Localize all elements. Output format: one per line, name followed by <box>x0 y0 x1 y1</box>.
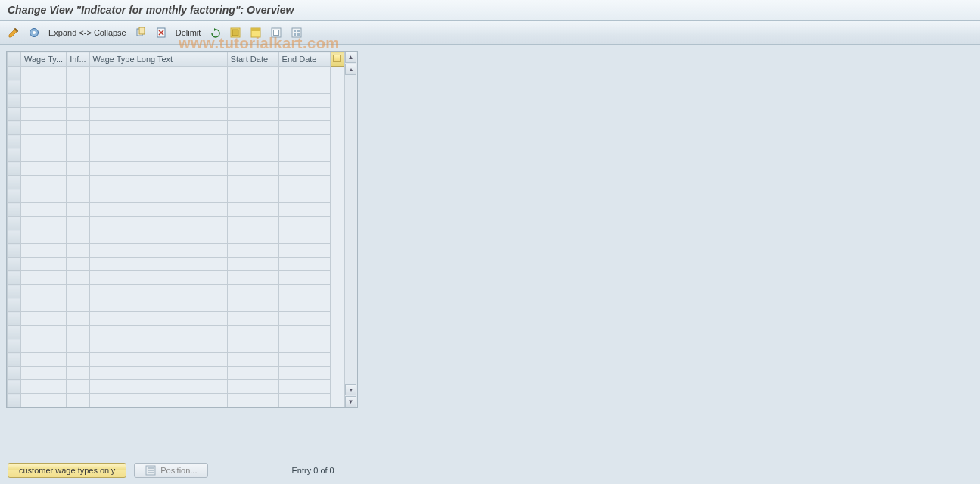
cell[interactable] <box>89 94 227 108</box>
table-row[interactable] <box>8 353 344 367</box>
data-grid[interactable]: Wage Ty... Inf... Wage Type Long Text St… <box>6 51 358 408</box>
deselect-all-icon[interactable] <box>267 25 285 40</box>
cell[interactable] <box>67 367 89 380</box>
col-long-text[interactable]: Wage Type Long Text <box>89 52 227 67</box>
row-selector[interactable] <box>8 67 21 80</box>
cell[interactable] <box>278 353 330 367</box>
customer-wage-types-button[interactable]: customer wage types only <box>8 463 126 478</box>
cell[interactable] <box>67 135 89 148</box>
cell[interactable] <box>67 162 89 176</box>
cell[interactable] <box>21 217 67 230</box>
cell[interactable] <box>21 326 67 339</box>
cell[interactable] <box>67 94 89 108</box>
cell[interactable] <box>278 108 330 121</box>
cell[interactable] <box>278 230 330 244</box>
cell[interactable] <box>21 380 67 394</box>
cell[interactable] <box>21 271 67 285</box>
table-row[interactable] <box>8 176 344 189</box>
copy-icon[interactable] <box>132 25 150 40</box>
select-block-icon[interactable] <box>247 25 265 40</box>
cell[interactable] <box>21 148 67 162</box>
cell[interactable] <box>67 258 89 271</box>
cell[interactable] <box>67 394 89 407</box>
row-selector[interactable] <box>8 271 21 285</box>
row-selector[interactable] <box>8 394 21 407</box>
table-row[interactable] <box>8 298 344 312</box>
table-row[interactable] <box>8 285 344 298</box>
cell[interactable] <box>227 339 278 353</box>
expand-collapse-button[interactable]: Expand <-> Collapse <box>45 27 129 39</box>
row-selector[interactable] <box>8 217 21 230</box>
cell[interactable] <box>89 121 227 135</box>
table-row[interactable] <box>8 108 344 121</box>
table-row[interactable] <box>8 312 344 326</box>
cell[interactable] <box>21 285 67 298</box>
cell[interactable] <box>89 353 227 367</box>
cell[interactable] <box>67 271 89 285</box>
cell[interactable] <box>227 244 278 258</box>
cell[interactable] <box>21 80 67 94</box>
cell[interactable] <box>278 244 330 258</box>
cell[interactable] <box>227 285 278 298</box>
row-selector[interactable] <box>8 80 21 94</box>
cell[interactable] <box>227 67 278 80</box>
cell[interactable] <box>67 312 89 326</box>
cell[interactable] <box>227 271 278 285</box>
table-row[interactable] <box>8 394 344 407</box>
cell[interactable] <box>278 162 330 176</box>
row-selector[interactable] <box>8 244 21 258</box>
cell[interactable] <box>278 271 330 285</box>
cell[interactable] <box>227 121 278 135</box>
cell[interactable] <box>278 80 330 94</box>
cell[interactable] <box>21 230 67 244</box>
cell[interactable] <box>21 189 67 203</box>
scroll-down-icon[interactable]: ▼ <box>345 396 356 407</box>
cell[interactable] <box>67 189 89 203</box>
table-row[interactable] <box>8 189 344 203</box>
cell[interactable] <box>278 67 330 80</box>
cell[interactable] <box>278 258 330 271</box>
row-selector[interactable] <box>8 380 21 394</box>
cell[interactable] <box>227 162 278 176</box>
cell[interactable] <box>227 189 278 203</box>
cell[interactable] <box>67 67 89 80</box>
scroll-up-icon[interactable]: ▲ <box>345 52 356 63</box>
cell[interactable] <box>227 80 278 94</box>
cell[interactable] <box>21 67 67 80</box>
cell[interactable] <box>67 339 89 353</box>
col-end-date[interactable]: End Date <box>278 52 330 67</box>
col-start-date[interactable]: Start Date <box>227 52 278 67</box>
table-row[interactable] <box>8 217 344 230</box>
delimit-button[interactable]: Delimit <box>173 27 204 39</box>
cell[interactable] <box>89 176 227 189</box>
cell[interactable] <box>227 394 278 407</box>
cell[interactable] <box>89 189 227 203</box>
select-all-icon[interactable] <box>226 25 244 40</box>
cell[interactable] <box>278 121 330 135</box>
cell[interactable] <box>21 258 67 271</box>
cell[interactable] <box>227 94 278 108</box>
col-inf[interactable]: Inf... <box>67 52 89 67</box>
cell[interactable] <box>227 380 278 394</box>
row-selector[interactable] <box>8 298 21 312</box>
row-selector[interactable] <box>8 312 21 326</box>
cell[interactable] <box>21 394 67 407</box>
cell[interactable] <box>278 394 330 407</box>
other-view-icon[interactable] <box>25 25 43 40</box>
col-configure[interactable] <box>330 52 344 67</box>
cell[interactable] <box>67 121 89 135</box>
cell[interactable] <box>89 230 227 244</box>
cell[interactable] <box>227 176 278 189</box>
cell[interactable] <box>278 380 330 394</box>
cell[interactable] <box>21 135 67 148</box>
row-selector[interactable] <box>8 189 21 203</box>
row-selector[interactable] <box>8 176 21 189</box>
cell[interactable] <box>278 217 330 230</box>
cell[interactable] <box>89 367 227 380</box>
cell[interactable] <box>89 394 227 407</box>
col-wage-type[interactable]: Wage Ty... <box>21 52 67 67</box>
cell[interactable] <box>278 94 330 108</box>
cell[interactable] <box>278 285 330 298</box>
cell[interactable] <box>89 217 227 230</box>
row-selector[interactable] <box>8 258 21 271</box>
